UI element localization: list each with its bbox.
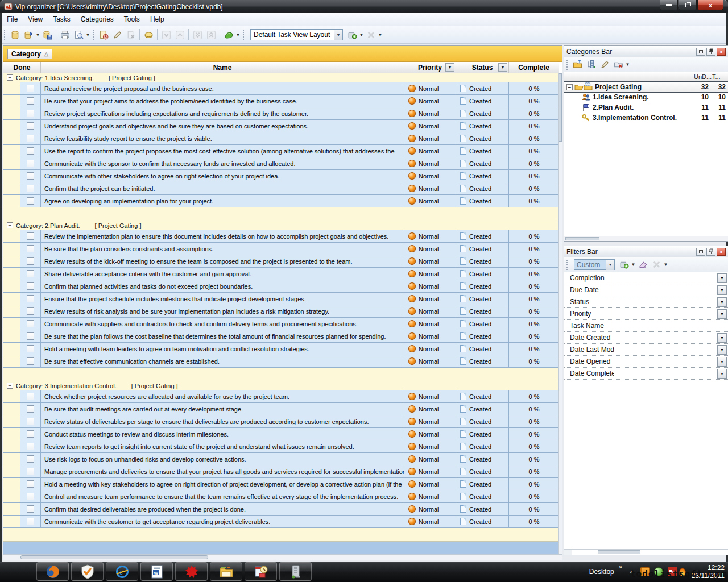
filters-horizontal-scrollbar[interactable]: [564, 549, 728, 555]
move-up-icon[interactable]: [173, 28, 187, 41]
filter-dropdown-button[interactable]: ▼: [717, 309, 727, 319]
status-filter-dropdown[interactable]: ▼: [498, 63, 507, 72]
task-checkbox[interactable]: [27, 160, 34, 167]
filter-value-field[interactable]: [614, 296, 717, 307]
filter-value-field[interactable]: [614, 332, 717, 343]
toolbar-grip[interactable]: [92, 29, 95, 40]
delete-task-icon[interactable]: [124, 28, 138, 41]
save-filter-dropdown[interactable]: ▼: [631, 262, 636, 267]
task-checkbox[interactable]: [27, 97, 34, 105]
table-row[interactable]: Hold a meeting with key stakeholders to …: [3, 478, 559, 490]
layout-combo-arrow-icon[interactable]: ▼: [334, 30, 342, 40]
panel-restore-icon[interactable]: [696, 48, 705, 56]
desktop-toolbar-label[interactable]: Desktop»: [589, 568, 622, 576]
edit-task-icon[interactable]: [110, 28, 124, 41]
filter-value-field[interactable]: [614, 368, 717, 379]
close-button[interactable]: x: [697, 0, 723, 10]
table-row[interactable]: Confirm that planned activities and task…: [3, 280, 559, 293]
column-header-priority[interactable]: Priority ▼: [404, 62, 456, 73]
task-checkbox[interactable]: [27, 505, 34, 513]
task-checkbox[interactable]: [27, 443, 34, 450]
filter-dropdown-button[interactable]: ▼: [717, 369, 727, 379]
scrollbar-thumb[interactable]: [598, 550, 640, 554]
notifications-icon[interactable]: [222, 28, 235, 41]
panel-pin-icon[interactable]: [706, 48, 715, 56]
table-row[interactable]: Be sure that effective communication cha…: [3, 355, 559, 368]
add-subcategory-icon[interactable]: [584, 58, 598, 72]
task-checkbox[interactable]: [27, 480, 34, 488]
task-checkbox[interactable]: [27, 135, 34, 142]
taskbar-app-red-app[interactable]: [175, 562, 208, 581]
task-checkbox[interactable]: [27, 455, 34, 463]
grid-vertical-scrollbar[interactable]: [558, 73, 562, 554]
tree-item-1-idea-screening-[interactable]: 1.Idea Screening.1010: [564, 92, 728, 102]
task-checkbox[interactable]: [27, 185, 34, 192]
delete-layout-icon[interactable]: [364, 28, 378, 41]
filter-dropdown-button[interactable]: ▼: [717, 357, 727, 367]
table-row[interactable]: Control and measure team performance to …: [3, 490, 559, 503]
table-row[interactable]: Communicate with other stakeholders to a…: [3, 170, 559, 182]
column-header-complete[interactable]: Complete: [509, 62, 559, 73]
task-checkbox[interactable]: [27, 257, 34, 265]
task-checkbox[interactable]: [27, 147, 34, 155]
table-row[interactable]: Conduct status meetings to review and di…: [3, 428, 559, 440]
chevron-expand-icon[interactable]: »: [619, 564, 622, 570]
toolbar-overflow-dropdown[interactable]: ▼: [378, 32, 383, 38]
table-row[interactable]: Review status of deliverables per stage …: [3, 415, 559, 428]
scrollbar-box[interactable]: [564, 550, 572, 555]
table-row[interactable]: Communicate with the sponsor to confirm …: [3, 157, 559, 170]
collapse-group-icon[interactable]: −: [7, 222, 13, 228]
minimize-button[interactable]: [660, 0, 678, 10]
column-header-status[interactable]: Status ▼: [456, 62, 509, 73]
scrollbar-thumb[interactable]: [20, 555, 208, 559]
move-bottom-icon[interactable]: [191, 28, 204, 41]
filter-combo-arrow-icon[interactable]: ▼: [606, 260, 614, 270]
task-checkbox[interactable]: [27, 197, 34, 205]
categories-horizontal-scrollbar[interactable]: [564, 236, 728, 241]
table-row[interactable]: Share deliverable acceptance criteria wi…: [3, 268, 559, 280]
filter-value-field[interactable]: [614, 308, 717, 319]
column-header-total[interactable]: T...: [710, 72, 728, 81]
table-row[interactable]: Communicate with the customer to get acc…: [3, 516, 559, 528]
panel-restore-icon[interactable]: [696, 248, 705, 256]
save-layout-dropdown[interactable]: ▼: [359, 32, 364, 38]
task-checkbox[interactable]: [27, 332, 34, 340]
task-checkbox[interactable]: [27, 85, 34, 92]
task-checkbox[interactable]: [27, 172, 34, 180]
table-row[interactable]: Be sure that the plan follows the cost b…: [3, 330, 559, 343]
table-row[interactable]: Confirm that the project can be initiate…: [3, 182, 559, 195]
open-database-dropdown[interactable]: ▼: [35, 32, 40, 38]
task-checkbox[interactable]: [27, 345, 34, 352]
table-row[interactable]: Agree on developing an implementation pl…: [3, 195, 559, 207]
table-row[interactable]: Hold a meeting with team leaders to agre…: [3, 343, 559, 355]
menu-view[interactable]: View: [23, 13, 48, 26]
tree-item-3-implementation-control-[interactable]: 3.Implementation Control.1111: [564, 113, 728, 123]
filter-preset-combo[interactable]: Custom ▼: [574, 259, 615, 270]
panel-close-icon[interactable]: x: [717, 248, 726, 256]
print-icon[interactable]: [58, 28, 72, 41]
table-row[interactable]: Review the implementation plan to ensure…: [3, 230, 559, 243]
new-database-icon[interactable]: [8, 28, 22, 41]
task-checkbox[interactable]: [27, 270, 34, 277]
delete-filter-icon[interactable]: [650, 258, 663, 272]
column-header-done[interactable]: Done: [3, 62, 41, 73]
task-checkbox[interactable]: [27, 307, 34, 315]
delete-category-icon[interactable]: [611, 58, 625, 72]
menu-file[interactable]: File: [2, 13, 23, 26]
print-preview-icon[interactable]: [72, 28, 85, 41]
categories-toolbar-dropdown[interactable]: ▼: [625, 62, 630, 67]
save-database-icon[interactable]: [40, 28, 54, 41]
taskbar-app-firefox[interactable]: [36, 562, 69, 581]
new-task-icon[interactable]: [97, 28, 110, 41]
table-row[interactable]: Manage procurements and deliveries to en…: [3, 465, 559, 478]
filter-value-field[interactable]: [614, 284, 717, 296]
taskbar-app-internet-explorer[interactable]: e: [106, 562, 138, 581]
menu-tasks[interactable]: Tasks: [48, 13, 76, 26]
table-row[interactable]: Be sure that the plan considers constrai…: [3, 243, 559, 255]
table-row[interactable]: Review feasibility study report to ensur…: [3, 132, 559, 145]
toolbar-grip[interactable]: [3, 29, 6, 40]
task-checkbox[interactable]: [27, 418, 34, 425]
task-view-layout-combo[interactable]: Default Task View Layout ▼: [250, 29, 343, 40]
table-row[interactable]: Use the report to confirm the project pr…: [3, 145, 559, 157]
toolbar-grip[interactable]: [242, 29, 245, 40]
